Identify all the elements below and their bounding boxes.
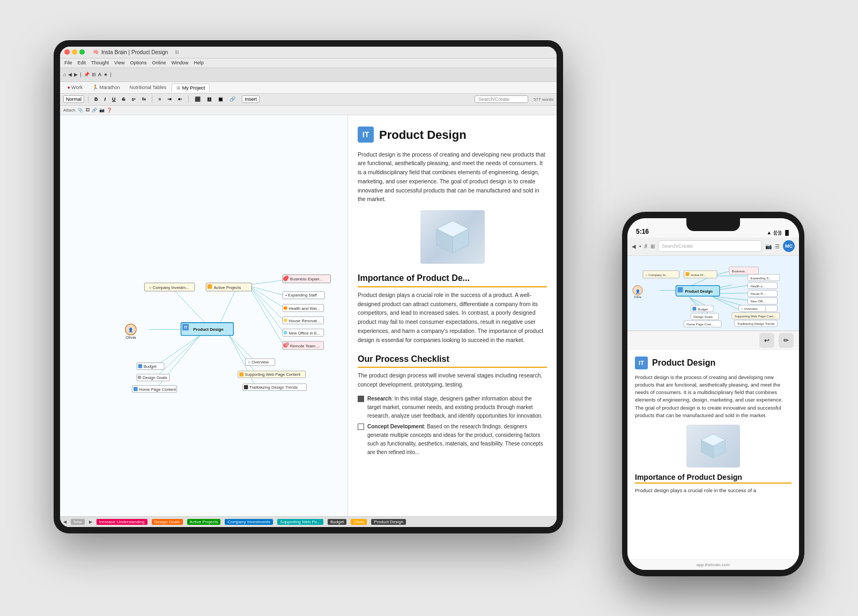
tab-myproject[interactable]: ⊞ My Project	[172, 84, 210, 92]
status-tag-olivia[interactable]: Olivia	[351, 519, 367, 525]
attach-icon1[interactable]: 📎	[78, 108, 83, 113]
toolbar-sep	[88, 95, 88, 103]
toolbar-pin-icon[interactable]: 📌	[84, 72, 90, 77]
status-tag-supporting[interactable]: Supporting Web Po...	[277, 519, 323, 525]
status-tag-design[interactable]: Design Goals	[152, 519, 183, 525]
checklist-item-concept: Concept Development: Based on the resear…	[358, 422, 547, 457]
svg-text:Home Page Cont...: Home Page Cont...	[686, 323, 714, 326]
italic-button[interactable]: I	[102, 96, 108, 102]
mindmap-area[interactable]: 👤 Olivia IT Product Design ○ Company Inv…	[60, 115, 347, 516]
attach-icon5[interactable]: ❓	[107, 108, 112, 113]
phone-search-box[interactable]: Search/Create	[658, 240, 762, 252]
menu-thought[interactable]: Thought	[91, 60, 109, 65]
align-right[interactable]: ▣	[216, 96, 225, 102]
svg-text:Active Pr...: Active Pr...	[691, 273, 706, 276]
list-button[interactable]: ≡	[156, 96, 163, 102]
tablet-screen: 🧠 Insta Brain | Product Design ⊞ File Ed…	[60, 47, 557, 527]
phone-avatar: MC	[783, 240, 795, 252]
align-left[interactable]: ⬛	[193, 96, 203, 102]
status-tag-understand[interactable]: Increase Understanding	[97, 519, 147, 525]
phone-cube-svg	[697, 430, 729, 462]
phone-back-btn[interactable]: ◀	[632, 243, 636, 249]
menu-online[interactable]: Online	[152, 60, 166, 65]
phone-importance-text: Product design plays a crucial role in t…	[635, 487, 792, 494]
outdent-button[interactable]: ⇤	[176, 96, 184, 102]
attach-icon3[interactable]: 🔗	[92, 108, 97, 113]
search-create-box[interactable]: Search/Create	[475, 95, 528, 103]
toolbar-sep3	[188, 95, 189, 103]
attach-icon4[interactable]: 📷	[99, 108, 105, 113]
word-count: 577 words	[534, 97, 553, 102]
svg-line-7	[249, 286, 284, 332]
tablet-second-toolbar: Normal B I U S S² S₂ ≡ ⇥ ⇤ ⬛ ▥ ▣ 🔗 Inser…	[60, 94, 557, 106]
svg-rect-83	[685, 272, 689, 276]
strikethrough-button[interactable]: S	[120, 96, 128, 102]
svg-text:○ Overview: ○ Overview	[248, 360, 269, 365]
phone-bullet-btn[interactable]: •	[639, 243, 641, 249]
status-tag-product[interactable]: Product Design	[371, 519, 406, 525]
subscript-button[interactable]: S₂	[140, 97, 149, 102]
phone-hash-btn[interactable]: #	[645, 243, 648, 249]
attach-icon2[interactable]: 🖼	[85, 108, 90, 113]
window-title: Insta Brain | Product Design	[101, 49, 168, 55]
status-tag-active[interactable]: Active Projects	[187, 519, 221, 525]
tab-marathon[interactable]: 🏃 Marathon	[88, 84, 124, 91]
maximize-button[interactable]	[79, 49, 85, 55]
toolbar-forward-icon[interactable]: ▶	[74, 72, 78, 77]
svg-point-50	[138, 375, 142, 379]
indent-button[interactable]: ⇥	[165, 96, 174, 102]
check-research[interactable]	[358, 396, 364, 402]
menu-file[interactable]: File	[64, 60, 72, 65]
phone-share-btn[interactable]: ↩	[759, 333, 774, 348]
toolbar-expand-icon[interactable]: ⊞	[92, 72, 96, 77]
doc-product-image	[420, 210, 485, 264]
phone-edit-bar: ↩ ✏	[627, 331, 799, 350]
check-concept[interactable]	[358, 424, 364, 430]
svg-line-13	[229, 335, 256, 374]
phone-importance-heading: Importance of Product Design	[635, 473, 792, 484]
toolbar-A-icon[interactable]: A	[98, 72, 102, 77]
phone-doc-area: IT Product Design Product design is the …	[627, 350, 799, 559]
svg-text:Product Design: Product Design	[193, 327, 224, 332]
doc-process-heading: Our Process Checklist	[358, 352, 547, 368]
menu-edit[interactable]: Edit	[78, 60, 86, 65]
menu-help[interactable]: Help	[194, 60, 204, 65]
toolbar-back-icon[interactable]: ◀	[68, 72, 72, 77]
bold-button[interactable]: B	[92, 96, 100, 102]
phone-edit-btn[interactable]: ✏	[779, 333, 794, 348]
phone-expand-btn[interactable]: ⊞	[650, 243, 655, 249]
status-nav-next[interactable]: ▶	[89, 519, 92, 524]
svg-point-29	[285, 276, 289, 279]
menu-options[interactable]: Options	[130, 60, 146, 65]
phone-camera-btn[interactable]: 📷	[765, 243, 772, 249]
status-tag-budget[interactable]: Budget	[328, 519, 346, 525]
minimize-button[interactable]	[72, 49, 77, 55]
phone-footer-url: app.thebrain.com	[697, 562, 730, 567]
tab-nutritional[interactable]: Nutritional Tables	[125, 84, 171, 91]
superscript-button[interactable]: S²	[130, 97, 138, 102]
doc-importance-heading: Importance of Product De...	[358, 271, 547, 287]
svg-rect-104	[692, 307, 696, 310]
svg-text:• Expanding Staff: • Expanding Staff	[285, 293, 317, 298]
status-nav-prev[interactable]: ◀	[63, 519, 66, 524]
svg-line-6	[249, 286, 284, 320]
phone-screen: 5:16 ▲ ((·)) ▐▌ ◀ • # ⊞ Search/Create 📷 …	[627, 218, 799, 570]
phone-list-btn[interactable]: ☰	[775, 243, 780, 249]
mindmap-svg: 👤 Olivia IT Product Design ○ Company Inv…	[60, 115, 347, 516]
phone-mindmap[interactable]: ○ Company In... Active Pr... Business...…	[627, 256, 799, 331]
align-center[interactable]: ▥	[205, 96, 214, 102]
menu-view[interactable]: View	[114, 60, 124, 65]
cube-svg	[431, 216, 474, 258]
status-tag-company[interactable]: Company Investments	[225, 519, 273, 525]
link-button[interactable]: 🔗	[227, 96, 238, 102]
underline-button[interactable]: U	[110, 96, 118, 102]
toolbar-star-icon[interactable]: ★	[103, 72, 108, 77]
insert-label: Insert	[242, 95, 260, 103]
menu-window[interactable]: Window	[171, 60, 188, 65]
tab-work[interactable]: ♦ Work	[63, 84, 87, 91]
doc-checklist: Research: In this initial stage, designe…	[358, 395, 547, 457]
status-tag-5ma[interactable]: 5ma	[71, 519, 85, 525]
svg-line-8	[249, 287, 284, 345]
close-button[interactable]	[64, 49, 70, 55]
phone-notch	[686, 218, 740, 231]
